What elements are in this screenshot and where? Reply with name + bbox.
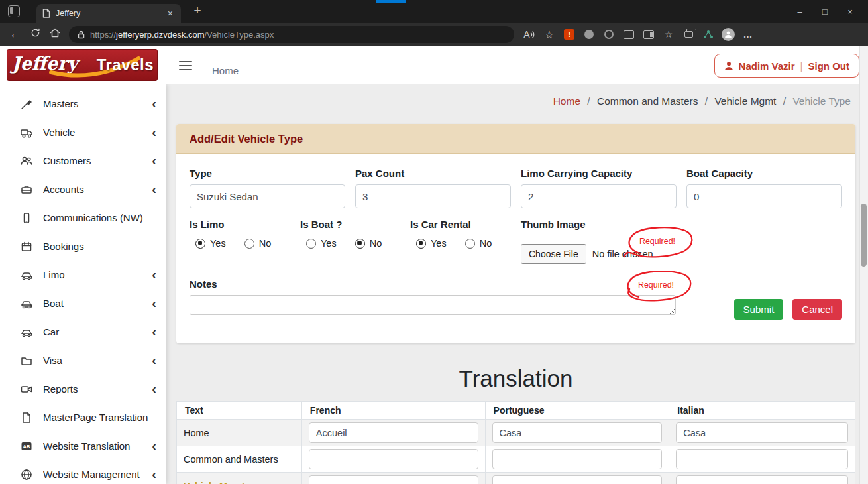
window-controls: – □ ×	[787, 0, 863, 23]
french-input[interactable]	[309, 475, 478, 484]
boat-capacity-input[interactable]	[686, 184, 842, 208]
svg-text:AB: AB	[23, 444, 30, 450]
user-name: Nadim Vazir	[739, 60, 795, 72]
sidebar-item-website-translation[interactable]: AB Website Translation ‹	[0, 432, 166, 460]
field-label: Limo Carrying Capacity	[521, 168, 677, 180]
submit-button[interactable]: Submit	[734, 299, 784, 320]
sidebar-item-reports[interactable]: Reports ‹	[0, 375, 166, 403]
is-car-rental-yes-radio[interactable]	[416, 239, 426, 249]
french-input[interactable]	[309, 422, 478, 443]
portuguese-input[interactable]	[492, 449, 663, 469]
row-text-label: Home	[177, 420, 302, 446]
sidebar-item-masters[interactable]: Masters ‹	[0, 90, 166, 118]
row-text-label: Common and Masters	[177, 446, 302, 473]
new-tab-button[interactable]: +	[190, 3, 205, 18]
sidebar-item-vehicle[interactable]: Vehicle ‹	[0, 118, 166, 147]
collections-icon[interactable]	[678, 25, 698, 44]
jeffery-travels-logo[interactable]: Jeffery Travels	[7, 49, 158, 81]
browser-window: Jeffery × + – □ × ← https://jefferyerp.d…	[0, 0, 868, 484]
pax-count-input[interactable]	[355, 184, 511, 208]
sidebar-item-label: Vehicle	[43, 127, 149, 138]
add-favorite-star-icon[interactable]: ☆	[539, 25, 559, 44]
is-boat-yes-radio[interactable]	[306, 239, 316, 249]
sidebar-item-website-management[interactable]: Website Management ‹	[0, 460, 166, 484]
chevron-left-icon: ‹	[152, 153, 156, 168]
card-title: Add/Edit Vehicle Type	[176, 124, 855, 154]
read-aloud-icon[interactable]: A	[519, 25, 539, 44]
tab-actions-menu-icon[interactable]	[8, 5, 20, 17]
portuguese-input[interactable]	[492, 475, 663, 484]
user-account-button[interactable]: Nadim Vazir | Sign Out	[714, 54, 859, 78]
chevron-left-icon: ‹	[152, 125, 156, 140]
chevron-left-icon: ‹	[152, 267, 156, 282]
radio-no-label: No	[480, 238, 492, 249]
home-button[interactable]	[45, 28, 65, 41]
sidebar-item-customers[interactable]: Customers ‹	[0, 147, 166, 175]
sidebar-nav: Masters ‹ Vehicle ‹ Customers ‹ Accounts…	[0, 84, 166, 484]
extension-alert-icon[interactable]: !	[559, 25, 579, 44]
breadcrumb-item[interactable]: Common and Masters	[597, 95, 698, 107]
calendar-icon	[20, 240, 33, 253]
form-row-radios: Is Limo Yes No Is Boat ? Yes	[190, 219, 842, 272]
tab-strip: Jeffery × + – □ ×	[0, 0, 868, 23]
split-screen-icon[interactable]	[619, 25, 639, 44]
sidebar-item-limo[interactable]: Limo ‹	[0, 261, 166, 289]
italian-input[interactable]	[676, 449, 848, 469]
is-car-rental-no-radio[interactable]	[465, 239, 475, 249]
back-button[interactable]: ←	[5, 28, 25, 41]
tab-close-icon[interactable]: ×	[166, 8, 175, 19]
notes-textarea[interactable]	[190, 295, 676, 315]
page-scrollbar[interactable]	[859, 46, 868, 484]
radio-group-label: Is Limo	[190, 219, 290, 231]
menu-hamburger-icon[interactable]	[179, 61, 192, 70]
adblock-extension-icon[interactable]	[579, 25, 599, 44]
is-boat-no-radio[interactable]	[355, 239, 365, 249]
close-window-button[interactable]: ×	[838, 7, 863, 17]
is-limo-no-radio[interactable]	[244, 239, 254, 249]
sidebar-item-label: Reports	[43, 383, 149, 394]
refresh-button[interactable]	[25, 28, 45, 41]
sidebar-item-label: Boat	[43, 298, 149, 309]
browser-tab[interactable]: Jeffery ×	[36, 4, 181, 23]
portuguese-input[interactable]	[492, 422, 663, 443]
extension-ring-icon[interactable]	[599, 25, 619, 44]
sign-out-button[interactable]: Sign Out	[808, 60, 850, 72]
table-row: Vehicle Mgmt	[177, 473, 855, 484]
cancel-button[interactable]: Cancel	[792, 299, 842, 320]
italian-input[interactable]	[676, 475, 848, 484]
type-input[interactable]	[190, 184, 345, 208]
sidebar-item-masterpage-translation[interactable]: MasterPage Translation	[0, 403, 166, 432]
address-bar[interactable]: https://jefferyerp.dzvdesk.com/VehicleTy…	[69, 26, 514, 43]
favorites-bar-icon[interactable]: ☆	[659, 25, 678, 44]
italian-input[interactable]	[676, 422, 848, 443]
truck-icon	[20, 126, 33, 139]
tab-title: Jeffery	[56, 9, 166, 18]
lock-icon	[78, 30, 85, 39]
field-label: Pax Count	[355, 168, 511, 180]
sidebar-item-bookings[interactable]: Bookings	[0, 232, 166, 261]
nav-home-link[interactable]: Home	[212, 65, 239, 76]
browser-essentials-icon[interactable]	[698, 25, 718, 44]
limo-capacity-input[interactable]	[521, 184, 677, 208]
form-buttons: Submit Cancel	[734, 299, 842, 320]
copilot-sidebar-icon[interactable]	[639, 25, 659, 44]
settings-more-icon[interactable]: …	[738, 25, 758, 44]
breadcrumb-item[interactable]: Vehicle Mgmt	[714, 95, 776, 107]
maximize-button[interactable]: □	[812, 7, 838, 17]
sidebar-item-visa[interactable]: Visa ‹	[0, 346, 166, 375]
sidebar-item-label: Car	[43, 326, 149, 337]
minimize-button[interactable]: –	[787, 7, 812, 17]
sidebar-item-car[interactable]: Car ‹	[0, 318, 166, 346]
choose-file-button[interactable]: Choose File	[521, 244, 586, 264]
sidebar-item-label: MasterPage Translation	[43, 412, 156, 423]
sidebar-item-accounts[interactable]: Accounts ‹	[0, 175, 166, 204]
is-limo-yes-radio[interactable]	[195, 239, 205, 249]
profile-avatar[interactable]	[718, 25, 738, 44]
sidebar-item-boat[interactable]: Boat ‹	[0, 289, 166, 318]
radio-group-label: Is Car Rental	[410, 219, 510, 231]
sidebar-item-communications[interactable]: Communications (NW)	[0, 204, 166, 232]
translate-icon: AB	[20, 440, 33, 453]
breadcrumb-home-link[interactable]: Home	[553, 95, 580, 107]
french-input[interactable]	[309, 449, 478, 469]
scrollbar-thumb[interactable]	[861, 204, 867, 267]
